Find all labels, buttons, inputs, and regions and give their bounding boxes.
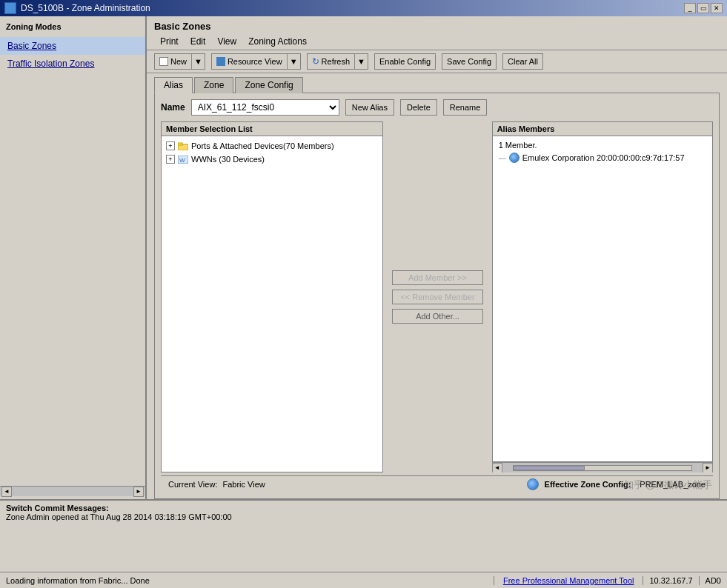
globe-icon <box>527 478 539 490</box>
menu-view[interactable]: View <box>211 35 242 48</box>
new-button[interactable]: New <box>154 53 191 70</box>
tree-item-wwns-label: WWNs (30 Devices) <box>191 155 265 164</box>
alias-members-count: 1 Member. <box>496 139 709 151</box>
sidebar-item-label: Basic Zones <box>7 41 56 51</box>
menu-zoning-actions[interactable]: Zoning Actions <box>242 35 313 48</box>
content-area: Zoning Modes Basic Zones Traffic Isolati… <box>0 16 727 499</box>
menu-edit[interactable]: Edit <box>185 35 212 48</box>
new-label: New <box>170 57 187 66</box>
member-selection-content[interactable]: + Ports & Attached Devices(70 Members) <box>162 136 382 472</box>
tree-item-ports[interactable]: + Ports & Attached Devices(70 Members) <box>165 139 379 153</box>
name-row: Name AIX_61_112_fscsi0 New Alias Delete … <box>161 99 713 116</box>
folder-icon-ports <box>178 141 188 151</box>
app-icon <box>4 2 16 14</box>
sidebar-scroll-arrows: ◄ ► <box>0 487 145 497</box>
alias-members-content[interactable]: 1 Member. — Emulex Corporation 20:00:00:… <box>493 136 712 461</box>
tree-item-ports-label: Ports & Attached Devices(70 Members) <box>191 141 334 150</box>
rename-button[interactable]: Rename <box>443 99 488 116</box>
sidebar: Zoning Modes Basic Zones Traffic Isolati… <box>0 16 147 499</box>
refresh-button[interactable]: ↻ Refresh <box>307 53 355 70</box>
tab-alias[interactable]: Alias <box>154 77 193 93</box>
delete-button[interactable]: Delete <box>400 99 437 116</box>
menu-bar: Print Edit View Zoning Actions <box>147 33 727 50</box>
resource-view-icon <box>216 57 225 66</box>
bottom-status-ip: 10.32.167.7 <box>643 576 699 585</box>
close-button[interactable]: ✕ <box>711 3 723 13</box>
sidebar-content: Zoning Modes Basic Zones Traffic Isolati… <box>0 19 145 486</box>
current-view-value: Fabric View <box>223 480 265 489</box>
restore-button[interactable]: ▭ <box>697 3 709 13</box>
sidebar-item-traffic-isolation[interactable]: Traffic Isolation Zones <box>0 55 145 73</box>
clear-all-button[interactable]: Clear All <box>502 53 543 70</box>
status-left: Current View: Fabric View <box>168 480 527 489</box>
bottom-status-right: AD0 <box>700 576 727 585</box>
status-bar: Current View: Fabric View Effective Zone… <box>161 475 713 492</box>
member-selection-panel: Member Selection List + <box>161 121 383 472</box>
minimize-button[interactable]: _ <box>684 3 696 13</box>
svg-rect-1 <box>178 143 182 145</box>
alias-hscrollbar[interactable]: ◄ ► <box>492 462 713 472</box>
add-member-button[interactable]: Add Member >> <box>392 270 482 285</box>
name-select[interactable]: AIX_61_112_fscsi0 <box>191 99 339 116</box>
sidebar-scrollbar: ◄ ► <box>0 486 145 496</box>
new-icon <box>159 57 168 66</box>
menu-print[interactable]: Print <box>154 35 185 48</box>
title-bar-left: DS_5100B - Zone Administration <box>4 2 150 14</box>
alias-members-wrapper: Alias Members 1 Member. — Emulex Corpora… <box>492 121 713 472</box>
effective-zone-value: PREM_LAB_zone <box>640 480 706 489</box>
effective-zone-label: Effective Zone Config: <box>545 480 631 489</box>
tree-expand-ports[interactable]: + <box>166 141 175 150</box>
hscroll-right-button[interactable]: ► <box>703 463 713 473</box>
alias-members-title: Alias Members <box>493 122 712 136</box>
hscroll-left-button[interactable]: ◄ <box>492 463 502 473</box>
bottom-status-center[interactable]: Free Professional Management Tool <box>494 576 644 585</box>
middle-buttons: Add Member >> << Remove Member Add Other… <box>389 121 485 472</box>
scroll-left-arrow[interactable]: ◄ <box>1 487 12 497</box>
resource-view-button[interactable]: Resource View <box>211 53 287 70</box>
current-view-label: Current View: <box>168 480 217 489</box>
panel-title: Basic Zones <box>147 16 727 33</box>
alias-icon-wwns: W <box>178 154 188 164</box>
member-areas: Member Selection List + <box>161 121 713 472</box>
name-label: Name <box>161 102 185 113</box>
bottom-status-bar: Loading information from Fabric... Done … <box>0 572 727 588</box>
resource-view-dropdown: Resource View ▼ <box>211 53 301 70</box>
messages-area: Switch Commit Messages: Zone Admin opene… <box>0 501 727 572</box>
sidebar-title: Zoning Modes <box>0 19 145 34</box>
hscroll-track[interactable] <box>513 465 692 471</box>
alias-member-item[interactable]: — Emulex Corporation 20:00:00:00:c9:7d:1… <box>496 151 709 164</box>
tree-expand-wwns[interactable]: + <box>166 155 175 164</box>
message-line-0: Zone Admin opened at Thu Aug 28 2014 03:… <box>6 512 721 521</box>
alias-members-panel: Alias Members 1 Member. — Emulex Corpora… <box>492 121 713 462</box>
alias-member-label: Emulex Corporation 20:00:00:00:c9:7d:17:… <box>522 153 685 162</box>
title-bar-buttons: _ ▭ ✕ <box>684 3 723 13</box>
sidebar-item-label: Traffic Isolation Zones <box>7 59 94 69</box>
resource-view-arrow[interactable]: ▼ <box>287 53 301 70</box>
sidebar-item-basic-zones[interactable]: Basic Zones <box>0 37 145 55</box>
tab-zone[interactable]: Zone <box>194 77 233 93</box>
tree-item-wwns[interactable]: + W WWNs (30 Devices) <box>165 153 379 166</box>
member-dash: — <box>499 154 506 162</box>
resource-view-label: Resource View <box>228 57 282 66</box>
sidebar-wrapper: Zoning Modes Basic Zones Traffic Isolati… <box>0 19 145 496</box>
enable-config-button[interactable]: Enable Config <box>374 53 436 70</box>
window-title: DS_5100B - Zone Administration <box>21 3 150 13</box>
refresh-label: Refresh <box>322 57 351 66</box>
new-alias-button[interactable]: New Alias <box>345 99 394 116</box>
svg-text:W: W <box>179 157 185 164</box>
new-dropdown-arrow[interactable]: ▼ <box>191 53 205 70</box>
title-bar: DS_5100B - Zone Administration _ ▭ ✕ <box>0 0 727 16</box>
remove-member-button[interactable]: << Remove Member <box>392 290 482 304</box>
refresh-arrow[interactable]: ▼ <box>354 53 368 70</box>
right-panel: Basic Zones Print Edit View Zoning Actio… <box>147 16 727 499</box>
tab-content: Name AIX_61_112_fscsi0 New Alias Delete … <box>154 93 720 499</box>
save-config-button[interactable]: Save Config <box>442 53 497 70</box>
main-window: Zoning Modes Basic Zones Traffic Isolati… <box>0 16 727 588</box>
scroll-right-arrow[interactable]: ► <box>133 487 144 497</box>
refresh-icon: ↻ <box>312 56 319 67</box>
tab-bar: Alias Zone Zone Config <box>147 73 727 93</box>
refresh-dropdown: ↻ Refresh ▼ <box>307 53 368 70</box>
messages-title: Switch Commit Messages: <box>6 504 721 512</box>
add-other-button[interactable]: Add Other... <box>392 309 482 324</box>
tab-zone-config[interactable]: Zone Config <box>235 77 302 93</box>
